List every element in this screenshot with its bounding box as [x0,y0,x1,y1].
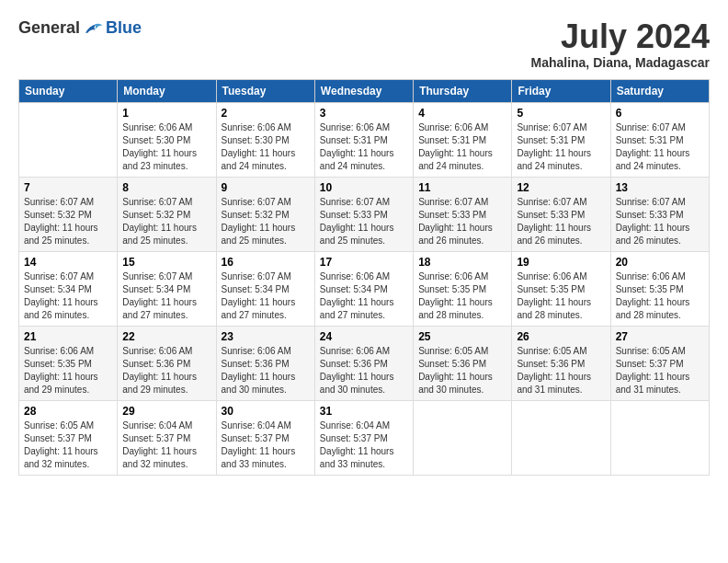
calendar-cell: 21Sunrise: 6:06 AMSunset: 5:35 PMDayligh… [19,326,118,400]
calendar-cell: 26Sunrise: 6:05 AMSunset: 5:36 PMDayligh… [512,326,610,400]
day-info: Sunrise: 6:06 AMSunset: 5:36 PMDaylight:… [222,345,310,396]
day-info: Sunrise: 6:05 AMSunset: 5:36 PMDaylight:… [418,345,506,396]
day-number: 25 [418,330,506,343]
calendar-cell: 16Sunrise: 6:07 AMSunset: 5:34 PMDayligh… [216,251,314,326]
day-info: Sunrise: 6:06 AMSunset: 5:30 PMDaylight:… [222,121,310,173]
day-number: 16 [222,256,310,269]
day-info: Sunrise: 6:07 AMSunset: 5:34 PMDaylight:… [122,270,210,322]
day-header-friday: Friday [512,79,610,102]
day-info: Sunrise: 6:06 AMSunset: 5:36 PMDaylight:… [122,345,210,396]
calendar-cell [414,400,512,475]
day-number: 13 [616,181,704,194]
calendar-cell: 13Sunrise: 6:07 AMSunset: 5:33 PMDayligh… [610,177,709,251]
day-number: 10 [320,181,408,194]
calendar-cell: 3Sunrise: 6:06 AMSunset: 5:31 PMDaylight… [314,102,413,177]
calendar-cell: 23Sunrise: 6:06 AMSunset: 5:36 PMDayligh… [216,326,314,400]
calendar-cell [19,102,118,177]
calendar-cell [512,400,610,475]
location-subtitle: Mahalina, Diana, Madagascar [530,55,710,70]
calendar-cell: 12Sunrise: 6:07 AMSunset: 5:33 PMDayligh… [512,177,610,251]
calendar-cell: 29Sunrise: 6:04 AMSunset: 5:37 PMDayligh… [118,400,216,475]
calendar-cell: 19Sunrise: 6:06 AMSunset: 5:35 PMDayligh… [512,251,610,326]
calendar-cell: 5Sunrise: 6:07 AMSunset: 5:31 PMDaylight… [512,102,610,177]
day-number: 11 [418,181,506,194]
day-info: Sunrise: 6:06 AMSunset: 5:34 PMDaylight:… [320,270,408,322]
logo-blue: Blue [106,18,142,38]
page-header: General Blue July 2024 Mahalina, Diana, … [18,18,710,70]
day-info: Sunrise: 6:07 AMSunset: 5:32 PMDaylight:… [222,196,310,247]
day-header-saturday: Saturday [610,79,709,102]
day-info: Sunrise: 6:07 AMSunset: 5:33 PMDaylight:… [418,196,506,247]
calendar-cell: 27Sunrise: 6:05 AMSunset: 5:37 PMDayligh… [610,326,709,400]
day-header-wednesday: Wednesday [314,79,413,102]
calendar-header-row: SundayMondayTuesdayWednesdayThursdayFrid… [19,79,710,102]
day-info: Sunrise: 6:04 AMSunset: 5:37 PMDaylight:… [122,419,210,471]
day-info: Sunrise: 6:04 AMSunset: 5:37 PMDaylight:… [320,419,408,471]
day-number: 30 [222,405,310,418]
day-info: Sunrise: 6:07 AMSunset: 5:33 PMDaylight:… [320,196,408,247]
calendar-cell: 8Sunrise: 6:07 AMSunset: 5:32 PMDaylight… [118,177,216,251]
day-info: Sunrise: 6:07 AMSunset: 5:33 PMDaylight:… [616,196,704,247]
calendar-cell: 15Sunrise: 6:07 AMSunset: 5:34 PMDayligh… [118,251,216,326]
day-info: Sunrise: 6:05 AMSunset: 5:36 PMDaylight:… [517,345,605,396]
calendar-table: SundayMondayTuesdayWednesdayThursdayFrid… [18,79,710,476]
calendar-week-row: 7Sunrise: 6:07 AMSunset: 5:32 PMDaylight… [19,177,710,251]
day-info: Sunrise: 6:06 AMSunset: 5:35 PMDaylight:… [517,270,605,322]
calendar-cell [610,400,709,475]
day-number: 31 [320,405,408,418]
calendar-cell: 9Sunrise: 6:07 AMSunset: 5:32 PMDaylight… [216,177,314,251]
day-header-thursday: Thursday [414,79,512,102]
calendar-cell: 25Sunrise: 6:05 AMSunset: 5:36 PMDayligh… [414,326,512,400]
day-number: 24 [320,330,408,343]
calendar-cell: 22Sunrise: 6:06 AMSunset: 5:36 PMDayligh… [118,326,216,400]
calendar-cell: 30Sunrise: 6:04 AMSunset: 5:37 PMDayligh… [216,400,314,475]
day-info: Sunrise: 6:07 AMSunset: 5:34 PMDaylight:… [222,270,310,322]
day-info: Sunrise: 6:07 AMSunset: 5:33 PMDaylight:… [517,196,605,247]
day-number: 6 [616,107,704,120]
day-number: 3 [320,107,408,120]
day-number: 12 [517,181,605,194]
calendar-cell: 11Sunrise: 6:07 AMSunset: 5:33 PMDayligh… [414,177,512,251]
day-info: Sunrise: 6:06 AMSunset: 5:36 PMDaylight:… [320,345,408,396]
day-info: Sunrise: 6:06 AMSunset: 5:35 PMDaylight:… [24,345,112,396]
day-number: 8 [122,181,210,194]
calendar-cell: 28Sunrise: 6:05 AMSunset: 5:37 PMDayligh… [19,400,118,475]
logo-general: General [18,18,80,38]
day-number: 18 [418,256,506,269]
calendar-cell: 6Sunrise: 6:07 AMSunset: 5:31 PMDaylight… [610,102,709,177]
day-number: 21 [24,330,112,343]
month-year-title: July 2024 [530,18,710,55]
day-info: Sunrise: 6:06 AMSunset: 5:31 PMDaylight:… [320,121,408,173]
day-info: Sunrise: 6:07 AMSunset: 5:32 PMDaylight:… [24,196,112,247]
day-info: Sunrise: 6:06 AMSunset: 5:30 PMDaylight:… [122,121,210,173]
calendar-cell: 20Sunrise: 6:06 AMSunset: 5:35 PMDayligh… [610,251,709,326]
day-info: Sunrise: 6:04 AMSunset: 5:37 PMDaylight:… [222,419,310,471]
day-header-tuesday: Tuesday [216,79,314,102]
day-number: 1 [122,107,210,120]
day-number: 27 [616,330,704,343]
calendar-cell: 10Sunrise: 6:07 AMSunset: 5:33 PMDayligh… [314,177,413,251]
day-number: 20 [616,256,704,269]
title-section: July 2024 Mahalina, Diana, Madagascar [530,18,710,70]
day-number: 4 [418,107,506,120]
calendar-cell: 1Sunrise: 6:06 AMSunset: 5:30 PMDaylight… [118,102,216,177]
day-number: 19 [517,256,605,269]
calendar-cell: 31Sunrise: 6:04 AMSunset: 5:37 PMDayligh… [314,400,413,475]
logo-bird-icon [82,19,104,38]
day-number: 2 [222,107,310,120]
day-info: Sunrise: 6:07 AMSunset: 5:31 PMDaylight:… [616,121,704,173]
day-info: Sunrise: 6:06 AMSunset: 5:31 PMDaylight:… [418,121,506,173]
day-info: Sunrise: 6:07 AMSunset: 5:32 PMDaylight:… [122,196,210,247]
calendar-week-row: 28Sunrise: 6:05 AMSunset: 5:37 PMDayligh… [19,400,710,475]
calendar-week-row: 1Sunrise: 6:06 AMSunset: 5:30 PMDaylight… [19,102,710,177]
day-number: 23 [222,330,310,343]
calendar-week-row: 14Sunrise: 6:07 AMSunset: 5:34 PMDayligh… [19,251,710,326]
day-number: 22 [122,330,210,343]
day-info: Sunrise: 6:05 AMSunset: 5:37 PMDaylight:… [616,345,704,396]
day-number: 29 [122,405,210,418]
day-header-monday: Monday [118,79,216,102]
day-number: 9 [222,181,310,194]
calendar-cell: 4Sunrise: 6:06 AMSunset: 5:31 PMDaylight… [414,102,512,177]
calendar-week-row: 21Sunrise: 6:06 AMSunset: 5:35 PMDayligh… [19,326,710,400]
day-info: Sunrise: 6:06 AMSunset: 5:35 PMDaylight:… [418,270,506,322]
